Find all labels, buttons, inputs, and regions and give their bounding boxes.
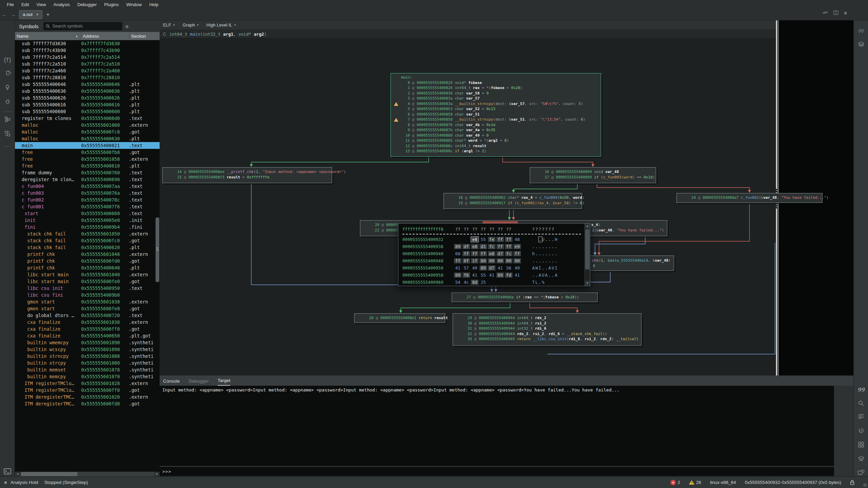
resize-grip[interactable]: [863, 483, 867, 487]
forward-button[interactable]: →: [9, 12, 18, 17]
symbol-row[interactable]: sub_7ffff7c288100x7ffff7c28810: [15, 74, 160, 81]
analysis-stop-icon[interactable]: ×: [4, 480, 7, 485]
symbols-vertical-scrollbar[interactable]: [156, 217, 159, 282]
symbol-row[interactable]: c_fun0020x55555540078c.text: [15, 196, 160, 203]
variables-icon[interactable]: (x): [854, 28, 868, 33]
symbol-row[interactable]: __libc_csu_fini0x5555554009b0: [15, 292, 160, 298]
refresh-icon[interactable]: [162, 32, 167, 36]
symbol-row[interactable]: sub_7ffff7c43b900x7ffff7c43b90: [15, 47, 160, 54]
il-line[interactable]: 0 @ 0000555555400826 void* fsbase: [391, 80, 601, 86]
column-header-name[interactable]: Name▲: [15, 32, 81, 40]
symbol-row[interactable]: __builtin_strncpy0x555555601088.syntheti: [15, 353, 160, 360]
format-selector[interactable]: ELF▼: [163, 22, 175, 28]
analysis-status[interactable]: Analysis Hold: [11, 480, 38, 485]
scrollbar-handle[interactable]: [21, 472, 77, 476]
tab-aout[interactable]: a.out ×: [19, 10, 42, 19]
symbol-row[interactable]: sub_7ffff7c2a4600x7ffff7c2a460: [15, 67, 160, 74]
il-line[interactable]: 1 @ 0000555555400826 int64_t rax = *(fsb…: [391, 85, 601, 91]
scripting-console-icon[interactable]: [854, 470, 868, 475]
il-line[interactable]: 32 @ 0000555555400944 rdx_2, rsi_2, rdi_…: [453, 331, 641, 337]
il-line[interactable]: 12 @ 000055555540088c int64_t result: [391, 143, 601, 149]
symbol-row[interactable]: __libc_csu_init0x555555400950.text: [15, 285, 160, 292]
console-output[interactable]: Input method: <appname> <password>Input …: [160, 386, 834, 466]
column-header-section[interactable]: Section: [129, 32, 160, 40]
new-tab-button[interactable]: +: [47, 12, 50, 18]
memory-map-icon[interactable]: [854, 456, 868, 461]
il-line[interactable]: 31 @ 0000555555400944 int32_t rdi_6: [453, 326, 641, 331]
symbol-row[interactable]: sub_5555554006360x555555400636.plt: [15, 88, 160, 94]
symbol-row[interactable]: sub_5555554006460x555555400646.plt: [15, 81, 160, 88]
tag-icon[interactable]: [0, 70, 15, 76]
more-panels-icon[interactable]: ···: [0, 143, 15, 149]
il-line[interactable]: 19 @ 0000555555400917 if (c_fun001(rax_4…: [444, 201, 582, 206]
symbol-row[interactable]: c_fun0030x55555540076a.text: [15, 190, 160, 196]
il-line[interactable]: 6 @ 0000555555400858 char var_51: [391, 112, 601, 117]
view-menu-icon[interactable]: ≡: [844, 10, 847, 16]
symbol-row[interactable]: sub_7ffff7c2a5100x7ffff7c2a510: [15, 60, 160, 67]
symbol-row[interactable]: _ITM_registerTMClo…0x555555600ff0.got: [15, 387, 160, 394]
il-line[interactable]: 8 @ 0000555555400876 char var_4b = 0x1d: [391, 122, 601, 128]
symbol-row[interactable]: __stack_chk_fail0x555555601050.extern: [15, 230, 160, 237]
column-header-address[interactable]: Address: [81, 32, 129, 40]
menu-edit[interactable]: Edit: [18, 1, 32, 8]
function-signature[interactable]: int64_t main(int32_t arg1, void* arg2): [169, 32, 267, 37]
symbol-row[interactable]: free0x555555600fb8.got: [15, 149, 160, 156]
location-pin-icon[interactable]: [0, 84, 15, 90]
menu-file[interactable]: File: [3, 1, 17, 8]
symbol-row[interactable]: c_fun0010x5555554007f6.text: [15, 203, 160, 210]
symbol-row[interactable]: __builtin_wmemcpy0x555555601098.syntheti: [15, 339, 160, 346]
history-icon[interactable]: [854, 428, 868, 434]
symbol-row[interactable]: __cxa_finalize0x555555400650.plt.got: [15, 332, 160, 339]
symbol-row[interactable]: sub_7ffff7c2a5140x7ffff7c2a514: [15, 54, 160, 60]
symbol-row[interactable]: __printf_chk0x555555600fd0.got: [15, 258, 160, 264]
symbol-row[interactable]: __gmon_start__0x555555601038.extern: [15, 298, 160, 305]
symbol-row[interactable]: _ITM_registerTMClo…0x555555601028.extern: [15, 380, 160, 387]
graph-node-node-18[interactable]: 18 @ 0000555555400902 char* rax_4 = c_fu…: [444, 193, 582, 209]
symbols-search-input[interactable]: [52, 23, 114, 29]
scroll-up-icon[interactable]: ▲: [585, 224, 590, 229]
symbol-row[interactable]: malloc0x555555600fc8.got: [15, 128, 160, 135]
il-line[interactable]: 29 @ 0000555555400944 int64_t rdx_2: [453, 315, 641, 321]
il-line[interactable]: 17 @ 0000555555400899 if (c_fun003(word)…: [530, 175, 656, 180]
cross-references-icon[interactable]: 99: [854, 387, 868, 393]
symbol-row[interactable]: sub_5555554006260x555555400626.plt: [15, 94, 160, 101]
symbol-row[interactable]: _init0x5555554005e0.init: [15, 217, 160, 224]
il-line[interactable]: 33 @ 0000555555400949 return __libc_csu_…: [453, 336, 641, 342]
il-line[interactable]: 10 @ 0000555555400880 char var_49 = 0: [391, 133, 601, 138]
il-line[interactable]: 28 @ 00005555554008e1 return result: [355, 315, 445, 321]
graph-node-node-14[interactable]: 14 @ 00005555554008ee __printf_chk(1, "I…: [162, 167, 332, 183]
menu-analysis[interactable]: Analysis: [50, 1, 73, 8]
il-line[interactable]: 18 @ 0000555555400902 char* rax_4 = c_fu…: [444, 195, 582, 201]
symbol-row[interactable]: __stack_chk_fail0x555555400620.plt: [15, 244, 160, 251]
symbols-search-box[interactable]: [43, 22, 122, 30]
symbol-row[interactable]: deregister_tm_clon…0x555555400690.text: [15, 176, 160, 183]
scroll-left-icon[interactable]: ◄: [15, 472, 20, 476]
graph-node-node-28[interactable]: 28 @ 00005555554008e1 return result: [354, 313, 445, 323]
menu-debugger[interactable]: Debugger: [74, 1, 100, 8]
symbol-row[interactable]: __libc_start_main0x555555601040.extern: [15, 271, 160, 278]
lock-icon[interactable]: [850, 480, 854, 485]
split-view-icon[interactable]: [833, 10, 838, 16]
components-icon[interactable]: [854, 442, 868, 448]
symbol-row[interactable]: c_fun0040x5555554007aa.text: [15, 183, 160, 190]
symbol-row[interactable]: _ITM_deregisterTMC…0x555555600fd8.got: [15, 400, 160, 407]
symbol-row[interactable]: _ITM_deregisterTMC…0x555555601020.extern: [15, 394, 160, 400]
back-button[interactable]: ←: [0, 12, 9, 17]
warning-count-badge[interactable]: 26: [689, 480, 701, 485]
menu-view[interactable]: View: [33, 1, 49, 8]
menu-plugins[interactable]: Plugins: [101, 1, 122, 8]
symbol-row[interactable]: frame_dummy0x555555400760.text: [15, 169, 160, 176]
popup-scrollbar[interactable]: ▲ ▼: [584, 224, 590, 286]
symbol-row[interactable]: __do_global_dtors_…0x555555400720.text: [15, 312, 160, 319]
il-line[interactable]: 4 @ 000055555540083a __builtin_strncpy(d…: [391, 101, 601, 107]
graph-node-node-16[interactable]: 16 @ 0000555555400899 void var_4817 @ 00…: [530, 167, 656, 183]
symbol-row[interactable]: __gmon_start__0x555555600fe8.got: [15, 305, 160, 312]
il-selector[interactable]: High Level IL▼: [206, 22, 236, 28]
graph-node-node-29[interactable]: 29 @ 0000555555400944 int64_t rdx_230 @ …: [453, 313, 641, 346]
platform-label[interactable]: linux-x86_64: [710, 480, 736, 485]
il-line[interactable]: 3 @ 000055555540083a char var_57: [391, 96, 601, 101]
console-terminal-icon[interactable]: [0, 468, 15, 474]
symbol-row[interactable]: malloc0x555555400630.plt: [15, 135, 160, 142]
console-tab-debugger[interactable]: Debugger: [189, 379, 209, 386]
il-line[interactable]: 2 @ 0000555555400836 char var_58 = 9: [391, 91, 601, 96]
